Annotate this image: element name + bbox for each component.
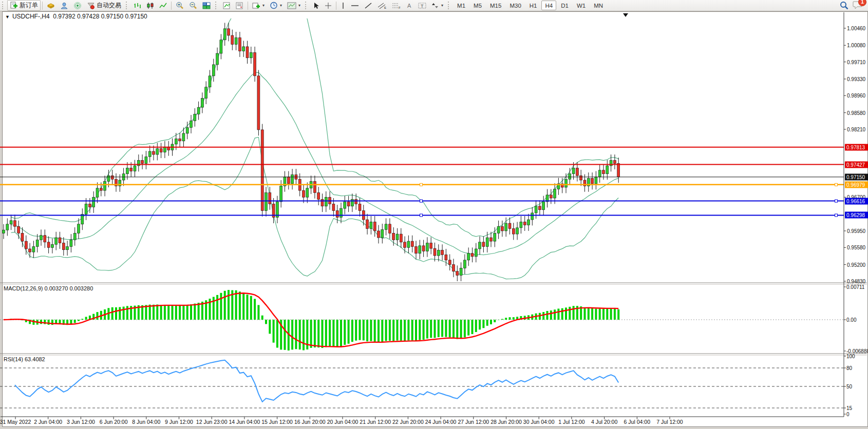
candle-bull [220, 40, 222, 53]
candle-bear [347, 202, 350, 206]
candle-bull [242, 47, 245, 51]
chart-title: ▼USDCHF-,H4 0.97392 0.97428 0.97150 0.97… [5, 13, 147, 20]
candle-bear [613, 160, 616, 163]
candle-bear [246, 47, 249, 58]
candle-bull [554, 189, 556, 199]
candle-bull [85, 204, 87, 214]
candle-bear [25, 241, 27, 249]
candle-bear [422, 246, 425, 251]
price-level-label[interactable]: 0.96616 [845, 198, 868, 204]
candle-bull [527, 220, 530, 225]
rsi-indicator-label: RSI(14) 63.4082 [4, 356, 45, 362]
candle-bull [535, 206, 537, 213]
candle-bull [467, 254, 470, 260]
bollinger-bands [11, 0, 619, 279]
candle-bear [471, 254, 474, 257]
candle-bear [303, 190, 305, 197]
candle-bull [175, 139, 177, 144]
candle-bull [209, 76, 211, 87]
candle-bull [325, 197, 327, 206]
candle-bear [456, 271, 459, 276]
chart-ohlc-values: 0.97392 0.97428 0.97150 0.97150 [53, 13, 147, 20]
price-level-label[interactable]: 0.97150 [845, 173, 868, 180]
candle-bear [482, 242, 485, 247]
candle-bull [126, 168, 128, 173]
candle-bear [448, 260, 451, 265]
candle-bear [317, 193, 320, 200]
chart-dropdown-icon[interactable]: ▼ [5, 14, 10, 20]
price-level-label[interactable]: 0.97813 [845, 144, 868, 150]
candle-bull [494, 233, 496, 241]
bollinger-lower [11, 137, 619, 279]
candle-bull [212, 65, 215, 76]
support-line-blue-1-handle[interactable] [835, 200, 838, 202]
price-axis-tick: 0.95950 [847, 228, 865, 233]
candle-bull [250, 52, 252, 58]
candle-bear [261, 130, 263, 211]
support-line-blue-2-handle[interactable] [420, 214, 423, 217]
support-line-orange-handle[interactable] [420, 183, 423, 186]
candle-bear [254, 52, 256, 76]
price-axis-tick: 0.98960 [847, 93, 865, 99]
candle-bull [194, 114, 196, 121]
support-line-orange-handle[interactable] [835, 183, 838, 186]
candle-bull [156, 149, 159, 154]
price-level-label[interactable]: 0.96298 [845, 212, 868, 219]
rsi-axis-tick: 100 [846, 354, 855, 359]
candle-bull [104, 182, 106, 191]
candle-bear [62, 243, 65, 250]
price-level-label[interactable]: 0.97427 [845, 161, 868, 168]
candle-bull [569, 174, 571, 180]
candle-bull [344, 202, 346, 208]
candle-bear [404, 242, 406, 248]
candle-bear [415, 247, 418, 254]
candle-bull [520, 222, 522, 227]
price-axis-tick: 0.95200 [847, 262, 865, 267]
candle-bear [21, 233, 24, 241]
candle-bull [460, 268, 462, 276]
candle-bear [17, 226, 20, 233]
candle-bull [437, 250, 440, 256]
candle-bull [216, 53, 219, 65]
candle-bull [606, 166, 609, 174]
price-axis-tick: 1.00460 [847, 26, 865, 31]
candle-bear [366, 220, 369, 229]
candle-bull [595, 177, 597, 184]
candle-bear [13, 221, 16, 226]
candle-bear [287, 177, 290, 184]
candle-bear [321, 200, 324, 206]
chart-canvas[interactable] [0, 0, 868, 429]
candle-bull [475, 249, 477, 257]
candle-bear [501, 226, 503, 231]
candle-bull [426, 243, 428, 251]
candle-bear [373, 222, 376, 231]
candle-bull [148, 151, 151, 157]
candle-bull [531, 213, 534, 220]
candle-bull [516, 228, 519, 234]
chart-symbol-period: USDCHF-,H4 [12, 13, 50, 20]
macd-axis-tick: 0.00 [846, 317, 856, 323]
candle-bull [78, 224, 80, 233]
candle-bull [10, 221, 12, 224]
candle-bull [205, 87, 207, 99]
candle-bear [313, 182, 316, 193]
candle-bear [160, 149, 162, 152]
chart-shift-marker[interactable] [623, 13, 628, 17]
candle-bull [235, 37, 237, 44]
candle-bear [228, 29, 230, 35]
support-line-blue-2-handle[interactable] [835, 214, 838, 217]
support-line-blue-1-handle[interactable] [420, 200, 423, 202]
candle-bear [141, 160, 144, 163]
candle-bull [197, 107, 200, 114]
candle-bear [111, 176, 114, 179]
candle-bear [441, 250, 444, 255]
time-axis-label: 7 Jul 12:00 [647, 419, 693, 425]
candle-bear [400, 234, 402, 242]
candle-bull [306, 188, 309, 198]
candle-bull [497, 226, 500, 233]
candle-bear [617, 164, 620, 177]
candle-bull [598, 170, 601, 177]
candle-bull [186, 128, 188, 133]
price-level-label[interactable]: 0.96979 [845, 181, 868, 188]
candle-bear [44, 236, 46, 242]
